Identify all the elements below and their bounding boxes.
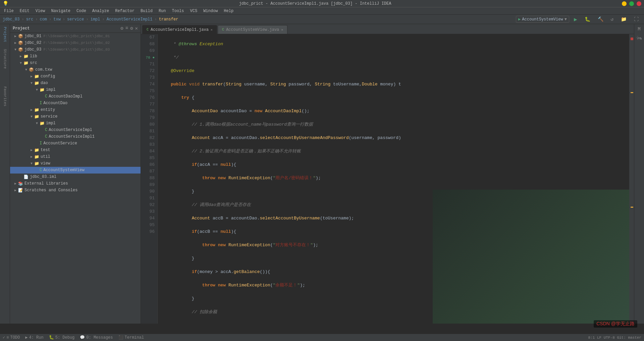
- refresh-button[interactable]: ↺: [608, 16, 616, 23]
- todo-tab[interactable]: ✓ ≡ TODO: [3, 335, 20, 340]
- tree-item-dao[interactable]: ▼ 📁 dao: [10, 80, 141, 86]
- menu-code[interactable]: Code: [74, 8, 89, 14]
- ext-libs-icon: 📚: [18, 181, 23, 186]
- tab-close-2[interactable]: ✕: [281, 28, 283, 32]
- tab-accountsystemview[interactable]: C AccountSystemView.java ✕: [218, 25, 287, 34]
- minimize-button[interactable]: [622, 1, 627, 6]
- scrollbar-gutter[interactable]: [629, 34, 634, 324]
- run-tab[interactable]: ▶ 4: Run: [25, 335, 43, 340]
- tree-item-accountservice[interactable]: ▶ I AccountService: [10, 140, 141, 147]
- nav-src[interactable]: src: [26, 17, 34, 22]
- tree-item-jdbc02[interactable]: ▶ 📦 jdbc_02 F:\IdeaWork\jdbc_prict\jdbc_…: [10, 40, 141, 46]
- build-button[interactable]: 🔨: [595, 16, 606, 23]
- line-num-80: 80: [141, 121, 155, 128]
- menu-vcs[interactable]: VCS: [187, 8, 200, 14]
- project-icon[interactable]: Project: [2, 25, 8, 44]
- sidebar-sort-icon[interactable]: ≡: [125, 25, 128, 31]
- menu-tools[interactable]: Tools: [169, 8, 187, 14]
- line-num-90: 90: [141, 188, 155, 195]
- expand-button[interactable]: ⛶: [631, 16, 641, 23]
- tab-icon-1: C: [147, 28, 149, 31]
- tree-item-config[interactable]: ▶ 📁 config: [10, 73, 141, 80]
- menu-refactor[interactable]: Refactor: [112, 8, 137, 14]
- menu-view[interactable]: View: [33, 8, 48, 14]
- folders-button[interactable]: 📁: [618, 16, 629, 23]
- accountsystemview-icon: C: [40, 168, 42, 173]
- line-numbers: 67 68 69 70 ● 71 72 73 74 75 76 77 78 79…: [141, 34, 158, 324]
- code-line-69: @Override: [160, 68, 627, 74]
- tree-item-jdbc03[interactable]: ▼ 📦 jdbc_03 F:\IdeaWork\jdbc_prict\jdbc_…: [10, 46, 141, 53]
- tab-close-1[interactable]: ✕: [211, 28, 213, 32]
- run-button[interactable]: ▶: [571, 15, 580, 23]
- ant-icon[interactable]: 🐜: [636, 34, 643, 42]
- tree-item-ext-libs[interactable]: ▶ 📚 External Libraries: [10, 180, 141, 187]
- nav-sep6: ›: [102, 17, 105, 22]
- tree-item-entity[interactable]: ▶ 📁 entity: [10, 107, 141, 113]
- tree-item-service-impl[interactable]: ▼ 📁 impl: [10, 120, 141, 127]
- code-line-77: throw new RuntimeException("用户名/密码错误！");: [160, 175, 627, 182]
- code-editor[interactable]: 67 68 69 70 ● 71 72 73 74 75 76 77 78 79…: [141, 34, 634, 324]
- menu-file[interactable]: File: [1, 8, 16, 14]
- menu-analyze[interactable]: Analyze: [90, 8, 112, 14]
- run-config-dropdown[interactable]: ▶ AccountSystemView ▼: [516, 16, 569, 23]
- code-line-76: if(accA == null){: [160, 161, 627, 168]
- menu-build[interactable]: Build: [138, 8, 155, 14]
- line-num-83: 83: [141, 141, 155, 148]
- structure-icon[interactable]: Structure: [2, 48, 8, 70]
- tree-item-util[interactable]: ▶ 📁 util: [10, 153, 141, 160]
- tree-item-accountdaoimpl[interactable]: ▶ C AccountDaoImpl: [10, 93, 141, 100]
- code-line-78: }: [160, 188, 627, 195]
- nav-txw[interactable]: txw: [53, 17, 61, 22]
- maven-icon[interactable]: M: [636, 25, 643, 33]
- favorites-icon[interactable]: Favorites: [2, 85, 8, 108]
- line-num-96: 96: [141, 228, 155, 235]
- tree-item-accountsystemview[interactable]: ▶ C AccountSystemView: [10, 167, 141, 174]
- menu-help[interactable]: Help: [221, 8, 236, 14]
- nav-method[interactable]: transfer: [159, 17, 178, 22]
- menu-run[interactable]: Run: [156, 8, 169, 14]
- tree-item-accountdao[interactable]: ▶ I AccountDao: [10, 100, 141, 107]
- todo-icon: ✓: [3, 335, 5, 340]
- nav-classname[interactable]: AccountServiceImpl1: [107, 17, 153, 22]
- menu-navigate[interactable]: Navigate: [48, 8, 73, 14]
- tree-item-lib[interactable]: ▶ 📁 lib: [10, 53, 141, 60]
- tree-item-service[interactable]: ▼ 📁 service: [10, 113, 141, 120]
- code-content[interactable]: * @throws Exception */ @Override public …: [158, 34, 629, 324]
- debug-button[interactable]: 🐛: [582, 16, 593, 23]
- tree-item-jdbc01[interactable]: ▶ 📦 jdbc_01 F:\IdeaWork\jdbc_prict\jdbc_…: [10, 33, 141, 40]
- line-num-69: 69: [141, 48, 155, 54]
- menu-window[interactable]: Window: [201, 8, 220, 14]
- terminal-tab[interactable]: ⬛ Terminal: [118, 335, 144, 340]
- tree-item-dao-impl[interactable]: ▼ 📁 impl: [10, 86, 141, 93]
- line-num-67: 67: [141, 34, 155, 41]
- nav-service[interactable]: service: [67, 17, 84, 22]
- tree-item-com-txw[interactable]: ▼ 📦 com.txw: [10, 66, 141, 73]
- code-line-68: */: [160, 54, 627, 61]
- sidebar-settings-icon[interactable]: ⚙: [120, 25, 123, 31]
- line-num-68: 68: [141, 41, 155, 48]
- line-num-87: 87: [141, 168, 155, 175]
- nav-com[interactable]: com: [40, 17, 47, 22]
- tab-accountserviceimpl1[interactable]: C AccountServiceImpl1.java ✕: [142, 25, 217, 34]
- bottom-tabs: ✓ ≡ TODO ▶ 4: Run 🐛 5: Debug 💬 0: Messag…: [0, 334, 644, 341]
- tree-item-src[interactable]: ▼ 📁 src: [10, 60, 141, 66]
- sidebar-close-icon[interactable]: ✕: [135, 25, 138, 31]
- code-line-84: if(money > accA.getBalance()){: [160, 269, 627, 275]
- code-line-87: // 扣除余额: [160, 309, 627, 316]
- tree-item-accountserviceimpl[interactable]: ▶ C AccountServiceImpl: [10, 127, 141, 133]
- menu-edit[interactable]: Edit: [17, 8, 32, 14]
- tree-item-view[interactable]: ▼ 📁 view: [10, 160, 141, 167]
- close-button[interactable]: [637, 1, 641, 6]
- line-num-72: 72: [141, 68, 155, 74]
- maximize-button[interactable]: [629, 1, 634, 6]
- tree-item-jdbc03-iml[interactable]: ▶ 📄 jdbc_03.iml: [10, 174, 141, 180]
- code-line-86: }: [160, 295, 627, 302]
- sidebar-gear-icon[interactable]: ⚙: [130, 25, 133, 31]
- tree-item-accountserviceimpl1[interactable]: ▶ C AccountServiceImpl1: [10, 133, 141, 140]
- messages-tab[interactable]: 💬 0: Messages: [80, 335, 113, 340]
- nav-impl[interactable]: impl: [91, 17, 100, 22]
- tree-item-scratches[interactable]: ▶ 📝 Scratches and Consoles: [10, 187, 141, 194]
- debug-tab[interactable]: 🐛 5: Debug: [49, 335, 75, 340]
- tree-item-test[interactable]: ▶ 📁 test: [10, 147, 141, 153]
- code-line-82: throw new RuntimeException("对方账号不存在！");: [160, 242, 627, 249]
